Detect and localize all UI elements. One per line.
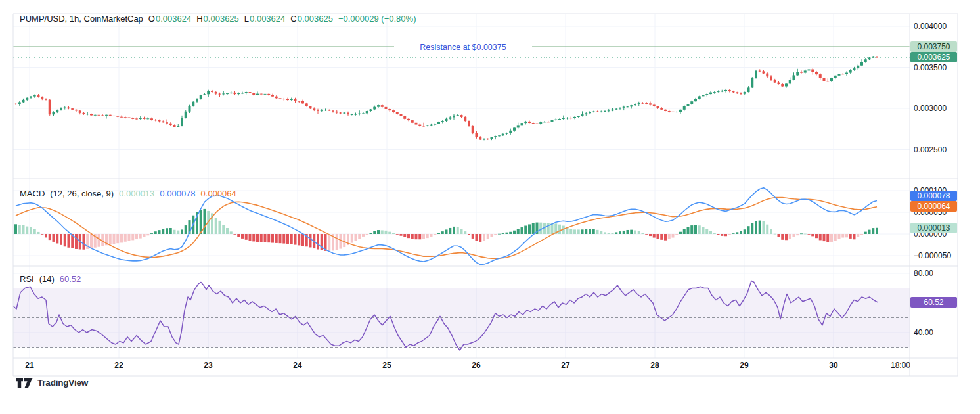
time-scale[interactable]: 2122232425262728293018:00 (0, 0, 980, 414)
low-label: L (244, 14, 249, 24)
time-axis-day-label: 22 (104, 361, 133, 370)
rsi-title: RSI (20, 274, 34, 284)
high-value: 0.003625 (204, 14, 239, 24)
time-axis-day-label: 23 (194, 361, 223, 370)
macd-histogram-value: 0.000013 (119, 189, 154, 198)
tradingview-chart: PUMP/USD, 1h, CoinMarketCap O0.003624 H0… (0, 0, 980, 414)
macd-signal-value: 0.000064 (201, 189, 236, 198)
macd-line-value: 0.000078 (160, 189, 195, 198)
time-axis-day-label: 29 (730, 361, 759, 370)
symbol-title: PUMP/USD, 1h, CoinMarketCap (20, 14, 143, 24)
change-value: −0.000029 (−0.80%) (338, 14, 416, 24)
high-label: H (196, 14, 202, 24)
resistance-annotation[interactable]: Resistance at $0.00375 (394, 42, 532, 53)
rsi-legend[interactable]: RSI (14) 60.52 (20, 274, 81, 284)
ohlc-low: L0.003624 (244, 14, 285, 24)
tradingview-logo-text: TradingView (37, 378, 88, 388)
close-label: C (290, 14, 296, 24)
time-axis-day-label: 21 (15, 361, 44, 370)
time-axis-day-label: 26 (462, 361, 491, 370)
ohlc-high: H0.003625 (196, 14, 239, 24)
ohlc-close: C0.003625 (290, 14, 333, 24)
time-axis-day-label: 27 (551, 361, 580, 370)
tradingview-mark-icon (16, 377, 33, 388)
symbol-legend[interactable]: PUMP/USD, 1h, CoinMarketCap O0.003624 H0… (20, 14, 416, 24)
macd-title: MACD (20, 189, 45, 198)
macd-params: (12, 26, close, 9) (50, 189, 114, 198)
time-axis-day-label: 30 (819, 361, 848, 370)
open-value: 0.003624 (156, 14, 191, 24)
time-axis-day-label: 25 (372, 361, 401, 370)
time-axis-hour-label: 18:00 (886, 361, 915, 370)
time-axis-day-label: 28 (640, 361, 669, 370)
close-value: 0.003625 (298, 14, 333, 24)
time-axis-day-label: 24 (283, 361, 312, 370)
low-value: 0.003624 (250, 14, 285, 24)
rsi-params: (14) (39, 274, 55, 284)
macd-legend[interactable]: MACD (12, 26, close, 9) 0.000013 0.00007… (20, 189, 236, 198)
rsi-value: 60.52 (60, 274, 81, 284)
ohlc-open: O0.003624 (148, 14, 191, 24)
open-label: O (148, 14, 155, 24)
tradingview-logo[interactable]: TradingView (16, 377, 88, 388)
